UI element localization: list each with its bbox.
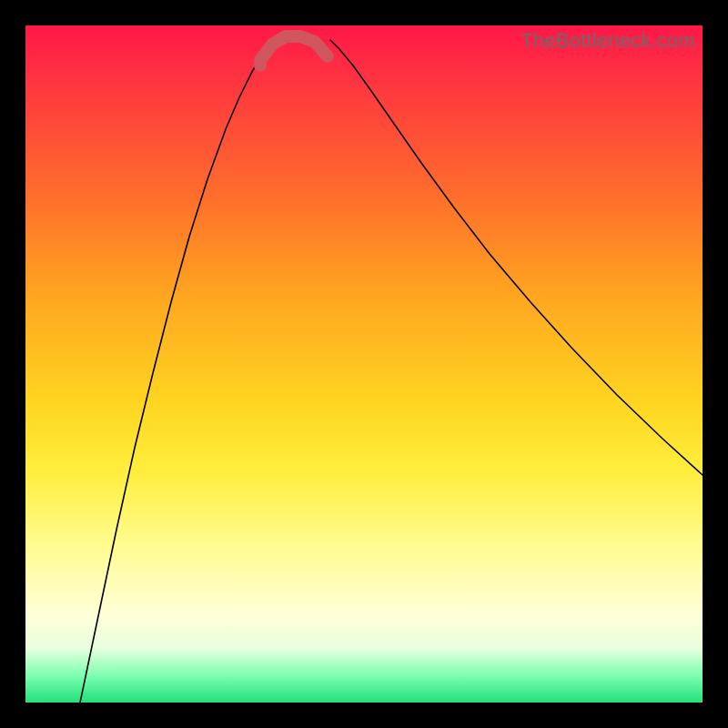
right-curve-line: [330, 40, 703, 475]
chart-svg: [25, 25, 703, 703]
highlight-ridge: [260, 36, 328, 60]
left-curve-line: [80, 38, 278, 703]
watermark-text: TheBottleneck.com: [521, 29, 695, 53]
highlight-dot: [254, 59, 267, 72]
plot-area: TheBottleneck.com: [25, 25, 703, 703]
